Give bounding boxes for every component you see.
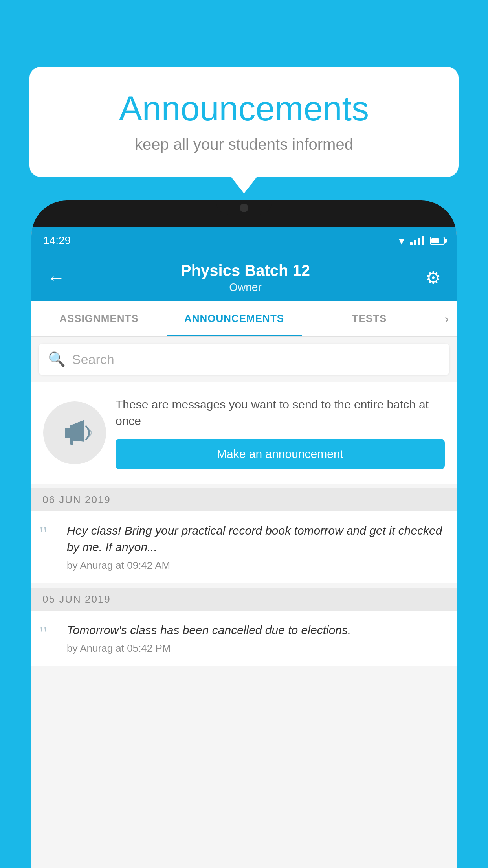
phone-frame: 14:29 ▾ ← Physics Batch 12 Owner [31, 200, 457, 868]
content-area: 🔍 Search [31, 337, 457, 868]
battery-icon [430, 237, 445, 245]
date-separator-1: 06 JUN 2019 [31, 488, 457, 511]
announcement-meta-2: by Anurag at 05:42 PM [67, 642, 446, 655]
megaphone-icon [57, 415, 92, 451]
back-button[interactable]: ← [43, 263, 69, 292]
tab-more-icon[interactable]: › [437, 301, 457, 336]
app-bar-title-section: Physics Batch 12 Owner [69, 262, 422, 294]
phone-notch [216, 200, 272, 215]
announcement-item-1[interactable]: " Hey class! Bring your practical record… [31, 511, 457, 583]
search-placeholder: Search [72, 352, 114, 367]
announcement-text-2: Tomorrow's class has been cancelled due … [67, 622, 446, 638]
bubble-title: Announcements [53, 88, 435, 129]
phone-screen: 14:29 ▾ ← Physics Batch 12 Owner [31, 227, 457, 868]
app-bar: ← Physics Batch 12 Owner ⚙ [31, 254, 457, 301]
promo-description: These are messages you want to send to t… [116, 396, 445, 429]
tab-announcements[interactable]: ANNOUNCEMENTS [167, 301, 302, 336]
wifi-icon: ▾ [399, 234, 404, 247]
tab-tests[interactable]: TESTS [302, 301, 437, 336]
quote-icon-2: " [39, 623, 59, 644]
settings-button[interactable]: ⚙ [422, 264, 445, 292]
promo-card: These are messages you want to send to t… [31, 382, 457, 484]
tab-bar: ASSIGNMENTS ANNOUNCEMENTS TESTS › [31, 301, 457, 337]
search-icon: 🔍 [48, 351, 66, 368]
announcement-meta-1: by Anurag at 09:42 AM [67, 559, 446, 572]
date-separator-2: 05 JUN 2019 [31, 588, 457, 611]
announcement-text-1: Hey class! Bring your practical record b… [67, 522, 446, 555]
promo-icon-circle [43, 401, 106, 464]
tab-assignments[interactable]: ASSIGNMENTS [31, 301, 167, 336]
quote-icon-1: " [39, 524, 59, 544]
app-bar-subtitle: Owner [69, 281, 422, 294]
announcement-content-1: Hey class! Bring your practical record b… [67, 522, 446, 572]
promo-right: These are messages you want to send to t… [116, 396, 445, 469]
status-icons: ▾ [399, 234, 445, 247]
bubble-subtitle: keep all your students informed [53, 136, 435, 153]
make-announcement-button[interactable]: Make an announcement [116, 439, 445, 469]
speech-bubble-card: Announcements keep all your students inf… [29, 67, 459, 177]
camera [240, 204, 248, 212]
svg-marker-0 [65, 428, 70, 438]
announcement-content-2: Tomorrow's class has been cancelled due … [67, 622, 446, 655]
signal-icon [410, 236, 424, 245]
app-bar-title: Physics Batch 12 [69, 262, 422, 280]
status-bar: 14:29 ▾ [31, 227, 457, 254]
search-bar[interactable]: 🔍 Search [39, 344, 449, 375]
svg-rect-2 [70, 438, 73, 445]
status-time: 14:29 [43, 234, 71, 247]
announcement-item-2[interactable]: " Tomorrow's class has been cancelled du… [31, 611, 457, 666]
